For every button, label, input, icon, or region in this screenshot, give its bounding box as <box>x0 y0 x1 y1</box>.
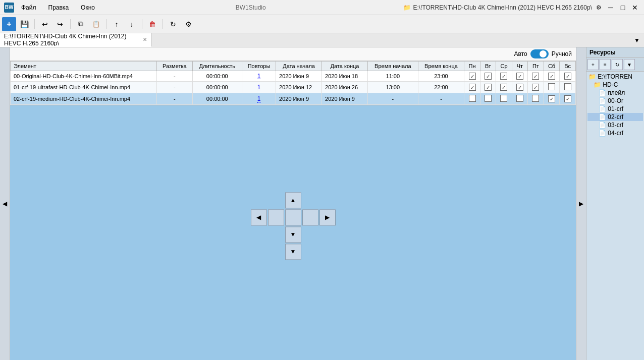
move-down-button[interactable]: ↓ <box>125 17 139 31</box>
checkbox-day-fri[interactable] <box>532 84 539 91</box>
resource-item[interactable]: 📁 E:\!TORREN <box>587 73 643 81</box>
cell-day-mon[interactable] <box>464 82 480 93</box>
main-tab[interactable]: E:\!TORRENT\HD-Club 4K Chimei-Inn (2012)… <box>0 33 151 47</box>
minimize-button[interactable]: ─ <box>606 3 616 13</box>
cell-day-wed[interactable] <box>496 93 512 105</box>
resource-item[interactable]: 📄 01-crf <box>587 105 643 113</box>
checkbox-day-fri[interactable] <box>532 73 539 80</box>
checkbox-day-wed[interactable] <box>500 84 507 91</box>
cell-day-fri[interactable] <box>528 93 544 105</box>
cell-element: 00-Original-HD-Club-4K-Chimei-Inn-60MBit… <box>11 71 157 82</box>
checkbox-day-mon[interactable] <box>469 95 476 102</box>
right-panel-toggle[interactable]: ▶ <box>576 47 586 360</box>
cell-day-sat[interactable] <box>544 71 560 82</box>
dpad-right-button[interactable]: ▶ <box>319 209 336 225</box>
cell-day-mon[interactable] <box>464 71 480 82</box>
cell-day-wed[interactable] <box>496 82 512 93</box>
dpad-center-button[interactable] <box>268 209 284 225</box>
settings-button[interactable]: ⚙ <box>594 3 604 12</box>
cell-date-end: 2020 Июн 18 <box>322 71 368 82</box>
undo-button[interactable]: ↩ <box>38 17 52 31</box>
tab-bar: E:\!TORRENT\HD-Club 4K Chimei-Inn (2012)… <box>0 33 644 47</box>
tab-close-button[interactable]: ✕ <box>143 37 147 42</box>
delete-button[interactable]: 🗑 <box>145 17 159 31</box>
resource-item[interactable]: 📄 00-Or <box>587 97 643 105</box>
cell-day-thu[interactable] <box>512 82 527 93</box>
checkbox-day-thu[interactable] <box>516 84 523 91</box>
checkbox-day-tue[interactable] <box>485 95 492 102</box>
dpad-down-button[interactable]: ▼ <box>285 226 301 243</box>
redo-button[interactable]: ↪ <box>53 17 67 31</box>
checkbox-day-sat[interactable] <box>548 83 555 90</box>
cell-day-mon[interactable] <box>464 93 480 105</box>
cell-day-tue[interactable] <box>480 93 496 105</box>
checkbox-day-tue[interactable] <box>485 73 492 80</box>
dpad-left-button[interactable]: ◀ <box>251 209 267 225</box>
checkbox-day-fri[interactable] <box>532 95 539 102</box>
resource-item[interactable]: 📁 HD-C <box>587 81 643 89</box>
checkbox-day-thu[interactable] <box>516 95 523 102</box>
resource-item[interactable]: 📄 02-crf <box>587 113 643 121</box>
cell-day-sun[interactable] <box>560 71 576 82</box>
refresh-button[interactable]: ↻ <box>166 17 180 31</box>
move-up-button[interactable]: ↑ <box>110 17 124 31</box>
cell-repeats[interactable]: 1 <box>242 93 276 105</box>
maximize-button[interactable]: □ <box>618 3 628 13</box>
checkbox-day-mon[interactable] <box>469 73 476 80</box>
resource-item[interactable]: 📄 03-crf <box>587 121 643 129</box>
path-text: E:\!TORRENT\HD-Club 4K Chimei-Inn (2012)… <box>413 4 592 11</box>
cell-day-wed[interactable] <box>496 71 512 82</box>
dpad-up-button[interactable]: ▲ <box>285 192 301 208</box>
close-button[interactable]: ✕ <box>630 3 640 13</box>
cell-repeats[interactable]: 1 <box>242 71 276 82</box>
menu-file[interactable]: Файл <box>18 3 39 12</box>
checkbox-day-sun[interactable] <box>564 95 571 102</box>
checkbox-day-sat[interactable] <box>548 95 555 102</box>
res-more-button[interactable]: ▼ <box>624 59 635 70</box>
copy-button[interactable]: ⧉ <box>74 17 88 31</box>
cell-day-sat[interactable] <box>544 82 560 93</box>
tab-add-button[interactable]: ▼ <box>630 33 644 47</box>
cell-day-fri[interactable] <box>528 82 544 93</box>
cell-day-thu[interactable] <box>512 93 527 105</box>
cell-day-tue[interactable] <box>480 71 496 82</box>
cell-repeats[interactable]: 1 <box>242 82 276 93</box>
add-button[interactable]: + <box>2 17 16 31</box>
dpad-center2-button[interactable] <box>285 209 301 225</box>
checkbox-day-sun[interactable] <box>564 73 571 80</box>
menu-window[interactable]: Окно <box>78 3 98 12</box>
auto-manual-toggle[interactable] <box>530 49 549 58</box>
preview-area: ▲ ◀ ▶ ▼ ▼ <box>10 105 576 360</box>
col-tue: Вт <box>480 62 496 71</box>
title-bar: BW Файл Правка Окно BW1Studio 📁 E:\!TORR… <box>0 0 644 15</box>
table-row[interactable]: 01-crf-19-ultrafast-HD-Club-4K-Chimei-In… <box>11 82 576 93</box>
checkbox-day-wed[interactable] <box>500 95 507 102</box>
folder-icon: 📁 <box>594 81 603 88</box>
res-refresh-button[interactable]: ↻ <box>612 59 623 70</box>
checkbox-day-mon[interactable] <box>469 84 476 91</box>
table-row[interactable]: 02-crf-19-medium-HD-Club-4K-Chimei-Inn.m… <box>11 93 576 105</box>
cell-day-sun[interactable] <box>560 93 576 105</box>
cell-day-tue[interactable] <box>480 82 496 93</box>
checkbox-day-tue[interactable] <box>485 84 492 91</box>
checkbox-day-wed[interactable] <box>500 73 507 80</box>
dpad-center3-button[interactable] <box>302 209 318 225</box>
extra-button[interactable]: ⚙ <box>181 17 195 31</box>
menu-edit[interactable]: Правка <box>45 3 72 12</box>
checkbox-day-thu[interactable] <box>516 73 523 80</box>
cell-day-fri[interactable] <box>528 71 544 82</box>
cell-day-thu[interactable] <box>512 71 527 82</box>
dpad-extra-button[interactable]: ▼ <box>285 244 301 260</box>
save-button[interactable]: 💾 <box>17 17 31 31</box>
resource-item[interactable]: 📄 04-crf <box>587 129 643 137</box>
res-add-button[interactable]: + <box>587 59 599 70</box>
cell-day-sat[interactable] <box>544 93 560 105</box>
cell-day-sun[interactable] <box>560 82 576 93</box>
checkbox-day-sat[interactable] <box>548 73 555 80</box>
paste-button[interactable]: 📋 <box>89 17 103 31</box>
checkbox-day-sun[interactable] <box>564 83 571 90</box>
res-filter-button[interactable]: ≡ <box>600 59 611 70</box>
left-panel-toggle[interactable]: ◀ <box>0 47 10 360</box>
resource-item[interactable]: 📄 плейл <box>587 89 643 97</box>
table-row[interactable]: 00-Original-HD-Club-4K-Chimei-Inn-60MBit… <box>11 71 576 82</box>
